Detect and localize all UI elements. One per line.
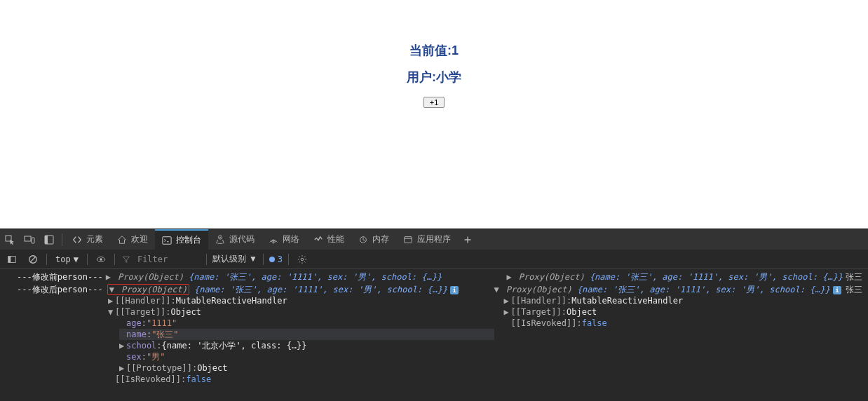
- devtools-panel: 元素 欢迎 控制台 源代码 网络 性能 内存 应用程序: [0, 229, 868, 401]
- tree-prototype[interactable]: ▶[[Prototype]]: Object: [119, 362, 494, 374]
- tree-sex[interactable]: sex: "男": [119, 351, 494, 362]
- tree-school[interactable]: ▶school: {name: '北京小学', class: {…}}: [119, 340, 494, 351]
- user-value: 小学: [436, 70, 461, 84]
- current-value: 1: [452, 43, 459, 57]
- issues-button[interactable]: 3: [269, 254, 283, 264]
- info-icon[interactable]: i: [450, 286, 459, 294]
- tree-target[interactable]: ▼[[Target]]: Object: [108, 306, 494, 318]
- tree-target-children: age: "1111" name: "张三" ▶school: {name: '…: [108, 318, 494, 374]
- tab-network-label: 网络: [283, 233, 299, 245]
- filter-separator: [263, 254, 264, 265]
- svg-rect-1: [25, 236, 31, 241]
- chevron-down-icon: ▼: [74, 254, 79, 264]
- page-content: 当前值:1 用户:小学 +1: [0, 0, 868, 229]
- tab-separator: [62, 233, 62, 246]
- source-link[interactable]: 张三: [846, 271, 862, 283]
- tab-application-label: 应用程序: [417, 233, 451, 245]
- disclosure-right-icon[interactable]: ▶: [504, 306, 511, 318]
- proxy-expanded[interactable]: ▼ Proxy(Object) {name: '张三', age: '1111'…: [494, 284, 842, 295]
- current-label: 当前值:: [409, 43, 452, 57]
- log-entry-after: ---修改后person--- ▼ Proxy(Object) {name: '…: [0, 283, 868, 386]
- svg-point-17: [100, 258, 102, 261]
- live-expression-icon[interactable]: [93, 252, 109, 267]
- disclosure-down-icon[interactable]: ▼: [494, 284, 501, 295]
- tab-sources-label: 源代码: [229, 233, 255, 245]
- disclosure-right-icon[interactable]: ▶: [106, 271, 113, 283]
- content-block: 当前值:1 用户:小学 +1: [407, 42, 461, 108]
- console-filter-bar: top ▼ 默认级别 ▼ 3: [0, 250, 868, 269]
- tree-handler[interactable]: ▶[[Handler]]: MutableReactiveHandler: [108, 295, 494, 306]
- svg-rect-2: [32, 238, 34, 243]
- disclosure-right-icon[interactable]: ▶: [507, 271, 514, 283]
- filter-separator: [87, 254, 88, 265]
- tree-isrevoked[interactable]: [[IsRevoked]]: false: [504, 318, 863, 329]
- tab-welcome-label: 欢迎: [131, 233, 148, 245]
- filter-separator: [46, 254, 47, 265]
- tab-console[interactable]: 控制台: [155, 229, 208, 250]
- svg-rect-13: [8, 256, 11, 262]
- disclosure-right-icon[interactable]: ▶: [108, 295, 115, 306]
- disclosure-right-icon[interactable]: ▶: [119, 362, 126, 374]
- tab-performance[interactable]: 性能: [306, 229, 351, 250]
- tab-elements[interactable]: 元素: [65, 229, 110, 250]
- svg-point-18: [301, 258, 304, 261]
- svg-rect-4: [45, 236, 48, 244]
- tab-welcome[interactable]: 欢迎: [110, 229, 155, 250]
- tree-handler[interactable]: ▶[[Handler]]: MutableReactiveHandler: [504, 295, 863, 306]
- disclosure-right-icon[interactable]: ▶: [504, 295, 511, 306]
- tree-isrevoked[interactable]: [[IsRevoked]]: false: [108, 374, 494, 385]
- plus-one-button[interactable]: +1: [423, 97, 445, 108]
- tab-application[interactable]: 应用程序: [396, 229, 458, 250]
- filter-input[interactable]: [137, 254, 201, 264]
- svg-line-15: [31, 257, 36, 261]
- settings-icon[interactable]: [294, 252, 310, 267]
- filter-separator: [114, 254, 115, 265]
- log-label: ---修改前person---: [17, 271, 103, 283]
- devtools-tabs: 元素 欢迎 控制台 源代码 网络 性能 内存 应用程序: [0, 229, 868, 250]
- log-label: ---修改后person---: [17, 284, 103, 295]
- tab-elements-label: 元素: [86, 233, 103, 245]
- log-level-selector[interactable]: 默认级别 ▼: [212, 253, 257, 265]
- more-tabs-icon[interactable]: [458, 229, 477, 250]
- issue-dot-icon: [269, 257, 275, 262]
- filter-separator: [206, 254, 207, 265]
- info-icon[interactable]: i: [833, 286, 841, 294]
- log-entry-before: ---修改前person--- ▶ Proxy(Object) {name: '…: [0, 271, 868, 283]
- tree-target[interactable]: ▶[[Target]]: Object: [504, 306, 863, 318]
- clear-console-icon[interactable]: [25, 252, 41, 267]
- tree-age[interactable]: age: "1111": [119, 318, 494, 329]
- tab-console-label: 控制台: [176, 234, 201, 246]
- svg-point-8: [273, 242, 274, 243]
- disclosure-down-icon[interactable]: ▼: [109, 284, 116, 295]
- tree-name[interactable]: name: "张三": [119, 329, 494, 340]
- issues-count: 3: [278, 254, 283, 264]
- disclosure-right-icon[interactable]: ▶: [119, 340, 126, 351]
- inspect-icon[interactable]: [0, 229, 20, 250]
- user-heading: 用户:小学: [407, 69, 461, 86]
- proxy-collapsed[interactable]: ▶ Proxy(Object) {name: '张三', age: '1111'…: [507, 271, 843, 283]
- svg-rect-10: [405, 236, 412, 243]
- proxy-collapsed[interactable]: ▶ Proxy(Object) {name: '张三', age: '1111'…: [106, 271, 442, 283]
- current-value-heading: 当前值:1: [407, 42, 461, 59]
- chevron-down-icon: ▼: [249, 254, 257, 264]
- console-output: ---修改前person--- ▶ Proxy(Object) {name: '…: [0, 269, 868, 401]
- filter-separator: [288, 254, 289, 265]
- tab-network[interactable]: 网络: [262, 229, 306, 250]
- device-toggle-icon[interactable]: [20, 229, 39, 250]
- tab-memory[interactable]: 内存: [351, 229, 396, 250]
- disclosure-down-icon[interactable]: ▼: [108, 306, 115, 318]
- context-selector[interactable]: top ▼: [53, 253, 81, 266]
- proxy-expanded[interactable]: ▼ Proxy(Object) {name: '张三', age: '1111'…: [107, 284, 459, 295]
- svg-rect-5: [163, 236, 171, 244]
- context-top-label: top: [55, 254, 71, 264]
- svg-point-7: [219, 236, 221, 238]
- tab-memory-label: 内存: [372, 233, 389, 245]
- filter-icon: [121, 252, 132, 267]
- user-label: 用户:: [407, 70, 436, 84]
- dock-icon[interactable]: [39, 229, 59, 250]
- source-link[interactable]: 张三: [846, 284, 862, 295]
- log-level-label: 默认级别: [212, 253, 246, 265]
- tab-performance-label: 性能: [327, 233, 344, 245]
- tab-sources[interactable]: 源代码: [208, 229, 262, 250]
- toggle-sidebar-icon[interactable]: [4, 252, 20, 267]
